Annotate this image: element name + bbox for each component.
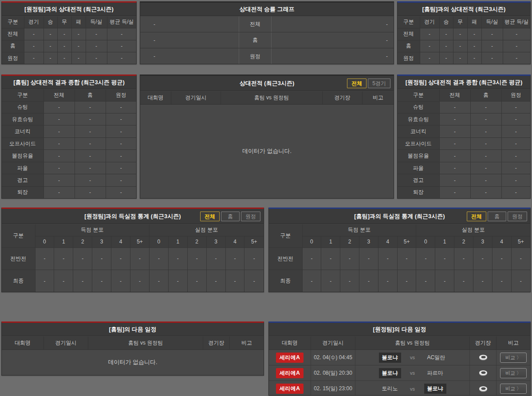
filter-tab-원정[interactable]: 원정 [241,212,260,221]
data-cell: - [106,113,136,125]
column-header: 평균 득/실 [107,16,136,28]
league-cell: 세리에A [269,365,311,380]
schedule-match-row: 세리에A02. 08(일) 20:30볼로냐vs파르마비교 〉 [269,365,530,381]
data-cell: - [107,52,136,64]
filter-tab-홈[interactable]: 홈 [221,212,240,221]
table-row: 전반전------------ [2,247,264,270]
home-team-name: 볼로냐 [379,368,401,378]
goals-cell: - [321,247,340,270]
compare-button[interactable]: 비교 〉 [500,353,527,363]
filter-tab-원정[interactable]: 원정 [508,212,527,221]
table-row: 원정------ [398,52,530,64]
panel-title: [홈팀]과의 득실점 통계 (최근3시즌) 전체홈원정 [269,209,530,224]
stadium-icon[interactable] [478,369,488,376]
schedule-header-row: 대회명경기일시홈팀 vs 원정팀경기장비고 [2,337,264,350]
compare-button[interactable]: 비교 〉 [500,384,527,394]
vs-label: vs [408,386,417,392]
data-cell: - [470,174,501,186]
filter-tab-홈[interactable]: 홈 [488,212,506,221]
data-cell: - [75,101,106,113]
home-team: 토리노 [355,384,408,394]
compare-button[interactable]: 비교 〉 [500,368,527,378]
data-cell: - [86,40,107,52]
graph-left-value: - [140,32,239,48]
bin-header: 5+ [511,236,530,247]
row-label: 슈팅 [2,101,43,113]
league-badge: 세리에A [276,353,304,363]
away-team: 파르마 [417,368,470,378]
column-header: 경기장 [323,91,363,104]
table-row: 전반전------------ [269,247,530,270]
row-label: 최종 [269,270,302,292]
data-cell: - [24,40,43,52]
filter-tab-전체[interactable]: 전체 [200,212,220,221]
column-header: 홈 [470,90,501,101]
bin-header: 4 [378,236,397,247]
panel-title: [홈팀] 상대전적 결과 종합 (최근3시즌 평균) [2,76,136,89]
data-cell: - [43,174,75,186]
data-cell: - [439,186,470,198]
data-cell: - [75,174,106,186]
data-cell: - [106,137,136,149]
column-header: 경기 [24,16,43,28]
conceded-cell: - [511,270,530,292]
data-cell: - [86,28,107,40]
data-cell: - [24,52,43,64]
data-cell: - [470,101,501,113]
data-cell: - [439,174,470,186]
bin-header: 1 [168,236,187,247]
data-cell: - [24,28,43,40]
column-header: 비고 [363,91,394,104]
row-label: 퇴장 [398,186,439,198]
bin-header: 0 [35,236,54,247]
data-cell: - [470,113,501,125]
stadium-icon[interactable] [478,354,488,361]
conceded-cell: - [416,270,435,292]
goals-cell: - [378,270,397,292]
filter-tab-전체[interactable]: 전체 [347,78,366,88]
panel-goals-vs-awayteam: [원정팀]과의 득실점 통계 (최근3시즌) 전체홈원정 구분득점 분포실점 분… [1,208,264,292]
stadium-icon[interactable] [478,385,488,392]
column-header: 전체 [43,90,75,101]
filter-tab-전체[interactable]: 전체 [467,212,486,221]
h2h-home-table-wrap: 구분경기승무패득/실평균 득/실전체------홈------원정------ [398,16,530,64]
h2h_home-table: 구분경기승무패득/실평균 득/실전체------홈------원정------ [398,16,530,64]
panel-title: [원정팀]과의 상대전적 (최근3시즌) [2,3,136,16]
conceded-cell: - [244,247,264,270]
data-cell: - [467,40,481,52]
graph-row-label: 전체 [239,16,272,32]
h2h-away-table-wrap: 구분경기승무패득/실평균 득/실전체------홈------원정------ [2,16,136,64]
column-header: 원정 [106,90,136,101]
filter-tab-5경기[interactable]: 5경기 [368,78,390,88]
goals-cell: - [35,247,54,270]
compare-cell: 비교 〉 [497,350,530,365]
bin-header: 3 [473,236,492,247]
graph-row-label: 원정 [239,48,272,64]
data-cell: - [501,186,530,198]
table-row: 퇴장--- [2,186,136,198]
panel-title: 상대전적 (최근3시즌) 전체5경기 [140,76,394,91]
data-cell: - [481,28,503,40]
conceded-cell: - [187,270,206,292]
conceded-cell: - [168,247,187,270]
table-row: 파울--- [2,162,136,174]
league-cell: 세리에A [269,350,311,365]
data-cell: - [470,186,501,198]
data-cell: - [71,28,86,40]
match-datetime: 02. 04(수) 04:45 [314,354,352,361]
goals-cell: - [73,247,92,270]
data-cell: - [439,125,470,137]
data-cell: - [501,150,530,162]
graph-right-value: - [272,32,394,48]
h2h_away-table: 구분경기승무패득/실평균 득/실전체------홈------원정------ [2,16,136,64]
row-label: 파울 [2,162,43,174]
bin-header: 0 [149,236,168,247]
data-cell: - [57,52,71,64]
empty-message: 데이터가 없습니다. [2,350,264,375]
data-cell: - [503,40,530,52]
row-label: 전체 [398,28,420,40]
schedule-match-row: 세리에A02. 15(일) 23:00토리노vs볼로냐비교 〉 [269,381,530,396]
data-cell: - [106,101,136,113]
bin-header: 2 [454,236,473,247]
data-cell: - [420,40,439,52]
